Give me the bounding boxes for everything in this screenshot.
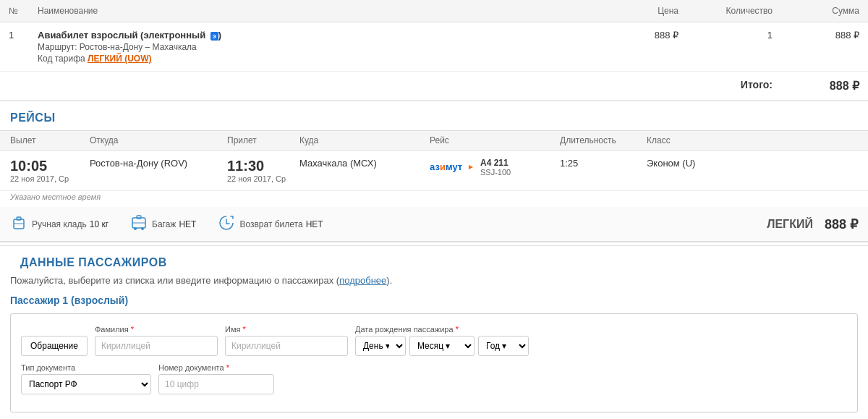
dob-inputs: День ▾1234567891011121314151617181920212… bbox=[355, 336, 529, 356]
flight-info: А4 211 SSJ-100 bbox=[480, 158, 511, 177]
baggage-item: Багаж НЕТ bbox=[130, 214, 196, 234]
depart-time: 10:05 bbox=[10, 158, 90, 174]
col-price: Цена bbox=[600, 0, 687, 22]
svg-text:мут: мут bbox=[446, 161, 462, 172]
airline-logo: аз и мут bbox=[430, 160, 473, 174]
carry-on-value: 10 кг bbox=[90, 219, 109, 229]
fr-flight: аз и мут А4 211 SSJ-100 bbox=[430, 158, 560, 177]
fh-from: Откуда bbox=[90, 135, 227, 145]
row-qty: 1 bbox=[687, 22, 781, 72]
col-qty: Количество bbox=[687, 0, 781, 22]
passengers-section-title: ДАННЫЕ ПАССАЖИРОВ bbox=[10, 246, 858, 275]
aircraft: SSJ-100 bbox=[480, 168, 511, 177]
doc-type-group: Тип документа Паспорт РФ Загранпаспорт С… bbox=[21, 363, 151, 394]
doc-type-label: Тип документа bbox=[21, 363, 151, 372]
passenger-form: Обращение Фамилия * Имя * Дата bbox=[10, 313, 858, 412]
flight-num: А4 211 bbox=[480, 158, 511, 168]
passenger-1-title: Пассажир 1 (взрослый) bbox=[10, 295, 858, 306]
form-row-1: Обращение Фамилия * Имя * Дата bbox=[21, 324, 847, 356]
row-item-details: Авиабилет взрослый (электронный э) Маршр… bbox=[29, 22, 600, 72]
fh-flight: Рейс bbox=[430, 135, 560, 145]
azimut-svg: аз и мут bbox=[430, 160, 473, 174]
refund-value: НЕТ bbox=[306, 219, 323, 229]
refund-label: Возврат билета bbox=[239, 219, 302, 229]
baggage-row: Ручная кладь 10 кг Багаж НЕТ bbox=[0, 207, 868, 242]
svg-marker-3 bbox=[469, 165, 473, 169]
svg-rect-5 bbox=[17, 217, 21, 220]
total-value: 888 ₽ bbox=[781, 72, 868, 101]
carry-on-item: Ручная кладь 10 кг bbox=[10, 214, 109, 234]
row-no: 1 bbox=[0, 22, 29, 72]
doc-type-select[interactable]: Паспорт РФ Загранпаспорт Свидетельство о… bbox=[21, 374, 151, 394]
local-time-note: Указано местное время bbox=[0, 191, 868, 207]
fr-to: Махачкала (МСХ) bbox=[299, 158, 430, 169]
first-name-input[interactable] bbox=[225, 336, 348, 356]
dob-group: Дата рождения пассажира * День ▾12345678… bbox=[355, 325, 529, 356]
fh-to: Куда bbox=[299, 135, 430, 145]
fh-duration: Длительность bbox=[560, 135, 647, 145]
fr-class: Эконом (U) bbox=[647, 158, 858, 169]
arrive-time: 11:30 bbox=[227, 158, 299, 174]
doc-num-group: Номер документа * bbox=[158, 363, 274, 394]
dob-month-select[interactable]: Месяц ▾ЯнварьФевральМартАпрельМайИюньИюл… bbox=[409, 336, 475, 356]
flight-row: 10:05 22 ноя 2017, Ср Ростов-на-Дону (RO… bbox=[0, 151, 868, 191]
first-name-group: Имя * bbox=[225, 325, 348, 356]
col-name: Наименование bbox=[29, 0, 600, 22]
doc-num-input[interactable] bbox=[158, 374, 274, 394]
passengers-intro: Пожалуйста, выберите из списка или введи… bbox=[10, 275, 858, 286]
dob-year-select[interactable]: Год ▾20172016201520142013201220112010200… bbox=[478, 336, 529, 356]
carry-on-icon bbox=[10, 214, 27, 234]
dob-day-select[interactable]: День ▾1234567891011121314151617181920212… bbox=[355, 336, 406, 356]
last-name-input[interactable] bbox=[95, 336, 218, 356]
total-row: Итого: 888 ₽ bbox=[0, 72, 868, 101]
fr-from: Ростов-на-Дону (ROV) bbox=[90, 158, 227, 169]
svg-point-9 bbox=[134, 227, 137, 230]
item-tariff: Код тарифа ЛЕГКИЙ (UOW) bbox=[38, 54, 592, 64]
arrive-date: 22 ноя 2017, Ср bbox=[227, 174, 299, 183]
row-price: 888 ₽ bbox=[600, 22, 687, 72]
baggage-value: НЕТ bbox=[179, 219, 196, 229]
depart-date: 22 ноя 2017, Ср bbox=[10, 174, 90, 183]
first-name-label: Имя * bbox=[225, 325, 348, 334]
doc-num-label: Номер документа * bbox=[158, 363, 274, 372]
svg-point-10 bbox=[141, 227, 144, 230]
row-sum: 888 ₽ bbox=[781, 22, 868, 72]
flights-section-title: РЕЙСЫ bbox=[0, 101, 868, 130]
baggage-icon bbox=[130, 214, 148, 234]
fr-duration: 1:25 bbox=[560, 158, 647, 169]
fr-arrive: 11:30 22 ноя 2017, Ср bbox=[227, 158, 299, 183]
item-title: Авиабилет взрослый (электронный э) bbox=[38, 30, 592, 41]
order-table: № Наименование Цена Количество Сумма 1 А… bbox=[0, 0, 868, 101]
dob-label: Дата рождения пассажира * bbox=[355, 325, 529, 334]
fh-class: Класс bbox=[647, 135, 858, 145]
baggage-price: 888 ₽ bbox=[825, 216, 858, 232]
refund-icon bbox=[218, 214, 235, 234]
last-name-label: Фамилия * bbox=[95, 325, 218, 334]
appeal-button[interactable]: Обращение bbox=[21, 336, 88, 356]
svg-text:аз: аз bbox=[430, 161, 440, 172]
total-label: Итого: bbox=[687, 72, 781, 101]
col-no: № bbox=[0, 0, 29, 22]
fr-depart: 10:05 22 ноя 2017, Ср bbox=[10, 158, 90, 183]
tariff-link[interactable]: ЛЕГКИЙ (UOW) bbox=[88, 54, 151, 64]
item-route: Маршрут: Ростов-на-Дону – Махачкала bbox=[38, 42, 592, 52]
flights-header: Вылет Откуда Прилет Куда Рейс Длительнос… bbox=[0, 130, 868, 151]
fh-depart: Вылет bbox=[10, 135, 90, 145]
carry-on-label: Ручная кладь bbox=[32, 219, 87, 229]
svg-text:и: и bbox=[440, 161, 446, 172]
passengers-section: ДАННЫЕ ПАССАЖИРОВ Пожалуйста, выберите и… bbox=[0, 245, 868, 419]
e-ticket-icon[interactable]: э bbox=[210, 32, 218, 41]
baggage-label: Багаж bbox=[152, 219, 176, 229]
table-row: 1 Авиабилет взрослый (электронный э) Мар… bbox=[0, 22, 868, 72]
refund-item: Возврат билета НЕТ bbox=[218, 214, 323, 234]
fh-arrive: Прилет bbox=[227, 135, 299, 145]
last-name-group: Фамилия * bbox=[95, 325, 218, 356]
baggage-tariff-name: ЛЕГКИЙ bbox=[767, 218, 813, 231]
form-row-2: Тип документа Паспорт РФ Загранпаспорт С… bbox=[21, 363, 847, 394]
col-sum: Сумма bbox=[781, 0, 868, 22]
page-container: № Наименование Цена Количество Сумма 1 А… bbox=[0, 0, 868, 419]
svg-rect-11 bbox=[137, 216, 141, 219]
podrobnee-link[interactable]: подробнее bbox=[339, 275, 386, 286]
flights-section: РЕЙСЫ Вылет Откуда Прилет Куда Рейс Длит… bbox=[0, 101, 868, 242]
appeal-group: Обращение bbox=[21, 324, 88, 356]
